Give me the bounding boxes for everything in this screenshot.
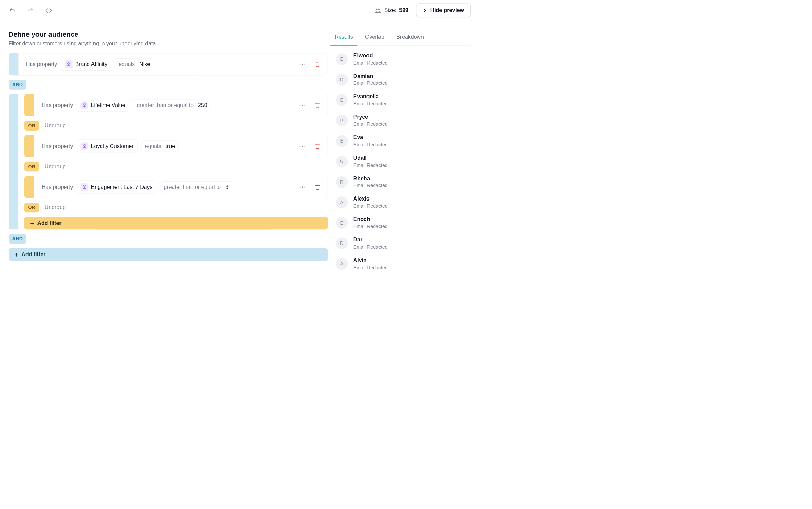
ungroup-button[interactable]: Ungroup	[45, 204, 66, 211]
property-name: Lifetime Value	[91, 102, 125, 108]
result-info: Alexis Email Redacted	[353, 196, 388, 209]
has-property-label: Has property	[42, 143, 73, 149]
top-toolbar: Size: 599 Hide preview	[0, 0, 479, 22]
add-filter-label: Add filter	[22, 251, 46, 258]
result-name: Damian	[353, 73, 388, 79]
page-title: Define your audience	[9, 30, 328, 38]
property-name: Brand Affinity	[75, 61, 108, 67]
history-controls	[9, 7, 52, 14]
and-operator[interactable]: AND	[9, 234, 26, 244]
result-name: Elwood	[353, 53, 388, 59]
result-info: Elwood Email Redacted	[353, 53, 388, 66]
preview-tabs: Results Overlap Breakdown	[334, 30, 470, 45]
add-filter-or-button[interactable]: Add filter	[24, 217, 328, 229]
result-sub: Email Redacted	[353, 183, 388, 189]
ungroup-button[interactable]: Ungroup	[45, 163, 66, 170]
results-list[interactable]: E Elwood Email Redacted D Damian Email R…	[334, 46, 470, 301]
filter-card[interactable]: Has property Brand Affinity equals Nike	[18, 53, 328, 76]
result-name: Enoch	[353, 216, 388, 223]
add-filter-and-button[interactable]: Add filter	[9, 248, 328, 261]
avatar: R	[336, 176, 348, 188]
or-operator[interactable]: OR	[24, 121, 39, 131]
chevron-right-icon	[423, 8, 427, 13]
result-item[interactable]: P Pryce Email Redacted	[336, 114, 469, 127]
size-value: 599	[399, 7, 408, 13]
or-operator[interactable]: OR	[24, 162, 39, 171]
operator-text: greater than or equal to	[136, 102, 194, 108]
delete-button[interactable]	[315, 61, 320, 67]
ungroup-button[interactable]: Ungroup	[45, 123, 66, 129]
avatar: E	[336, 135, 348, 147]
page-subtitle: Filter down customers using anything in …	[9, 40, 328, 46]
result-info: Pryce Email Redacted	[353, 114, 388, 127]
avatar: U	[336, 156, 348, 167]
result-info: Damian Email Redacted	[353, 73, 388, 86]
more-menu-button[interactable]: ···	[299, 184, 307, 190]
result-item[interactable]: A Alexis Email Redacted	[336, 196, 469, 209]
result-item[interactable]: E Enoch Email Redacted	[336, 216, 469, 229]
property-pill[interactable]: Lifetime Value	[77, 99, 129, 112]
property-pill[interactable]: Loyalty Customer	[77, 140, 138, 153]
condition-pill[interactable]: greater than or equal to 3	[160, 181, 232, 193]
redo-button[interactable]	[27, 7, 34, 14]
tab-results[interactable]: Results	[334, 30, 353, 45]
value-text: true	[166, 143, 175, 149]
result-item[interactable]: D Damian Email Redacted	[336, 73, 469, 86]
result-sub: Email Redacted	[353, 162, 388, 168]
result-info: Rheba Email Redacted	[353, 175, 388, 188]
result-item[interactable]: D Dar Email Redacted	[336, 237, 469, 250]
cube-icon	[65, 60, 72, 68]
property-name: Loyalty Customer	[91, 143, 134, 149]
hide-preview-button[interactable]: Hide preview	[416, 4, 470, 18]
result-name: Evangelia	[353, 93, 388, 100]
result-name: Dar	[353, 237, 388, 243]
result-item[interactable]: E Eva Email Redacted	[336, 134, 469, 147]
group-bar-icon	[9, 53, 18, 76]
tab-breakdown[interactable]: Breakdown	[396, 30, 424, 45]
more-menu-button[interactable]: ···	[299, 143, 307, 149]
preview-panel: Results Overlap Breakdown E Elwood Email…	[334, 30, 470, 300]
and-operator[interactable]: AND	[9, 80, 26, 89]
condition-pill[interactable]: equals true	[141, 140, 179, 152]
result-name: Eva	[353, 134, 388, 140]
condition-pill[interactable]: greater than or equal to 250	[133, 99, 211, 111]
condition-pill[interactable]: equals Nike	[115, 58, 154, 70]
more-menu-button[interactable]: ···	[299, 61, 307, 68]
property-pill[interactable]: Engagement Last 7 Days	[77, 181, 156, 194]
svg-point-0	[376, 9, 378, 10]
delete-button[interactable]	[315, 102, 320, 108]
plus-icon	[14, 252, 19, 257]
result-item[interactable]: E Elwood Email Redacted	[336, 53, 469, 66]
tab-overlap[interactable]: Overlap	[365, 30, 384, 45]
result-sub: Email Redacted	[353, 60, 388, 66]
code-button[interactable]	[45, 7, 52, 14]
people-icon	[374, 7, 381, 14]
result-info: Alvin Email Redacted	[353, 257, 388, 270]
result-sub: Email Redacted	[353, 80, 388, 86]
avatar: D	[336, 73, 348, 85]
avatar: E	[336, 94, 348, 106]
result-info: Evangelia Email Redacted	[353, 93, 388, 106]
operator-text: equals	[145, 143, 161, 149]
avatar: E	[336, 53, 348, 65]
result-item[interactable]: U Udall Email Redacted	[336, 155, 469, 168]
result-name: Udall	[353, 155, 388, 161]
more-menu-button[interactable]: ···	[299, 102, 307, 109]
result-name: Alvin	[353, 257, 388, 263]
delete-button[interactable]	[315, 143, 320, 149]
property-name: Engagement Last 7 Days	[91, 184, 153, 190]
value-text: 250	[198, 102, 207, 108]
group-bar-icon	[9, 94, 18, 230]
delete-button[interactable]	[315, 184, 320, 190]
undo-button[interactable]	[9, 7, 16, 14]
property-pill[interactable]: Brand Affinity	[61, 58, 111, 71]
result-item[interactable]: R Rheba Email Redacted	[336, 175, 469, 188]
result-item[interactable]: A Alvin Email Redacted	[336, 257, 469, 270]
filter-card[interactable]: Has property Lifetime Value greater than…	[34, 94, 328, 116]
filter-card[interactable]: Has property Engagement Last 7 Days grea…	[34, 176, 328, 198]
filter-card[interactable]: Has property Loyalty Customer equals tru…	[34, 135, 328, 157]
filter-group-top: Has property Brand Affinity equals Nike	[9, 53, 328, 76]
or-operator[interactable]: OR	[24, 203, 39, 212]
result-item[interactable]: E Evangelia Email Redacted	[336, 93, 469, 106]
avatar: D	[336, 237, 348, 249]
